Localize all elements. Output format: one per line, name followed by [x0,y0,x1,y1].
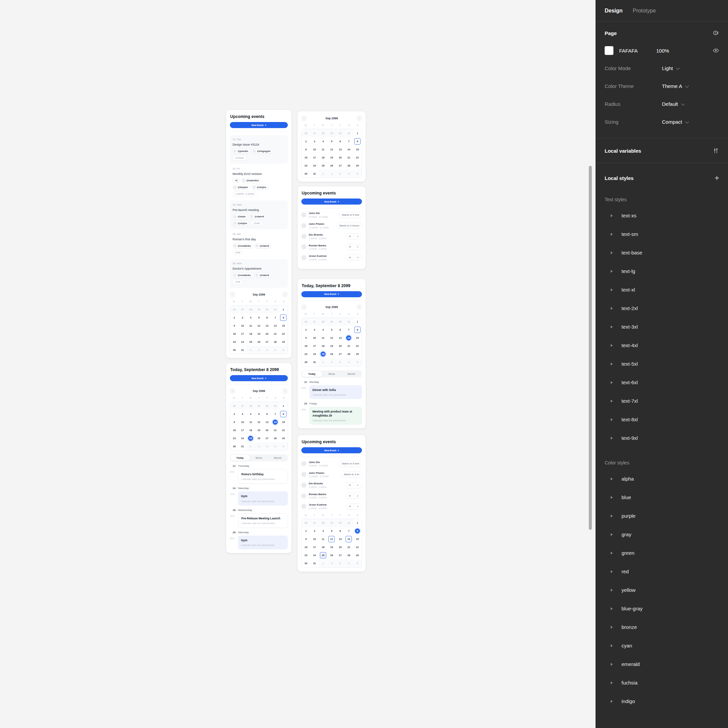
calendar-day[interactable]: 2 [230,314,238,321]
color-style-row[interactable]: bronze [605,618,719,636]
calendar-day[interactable]: 25 [247,434,255,442]
calendar-day[interactable]: 20 [336,153,344,161]
calendar-day[interactable]: 20 [263,426,271,434]
color-style-row[interactable]: cyan [605,636,719,655]
calendar-day[interactable]: 17 [238,426,246,434]
calendar-day[interactable]: 2 [255,346,263,354]
calendar-day[interactable]: 1 [353,519,362,527]
calendar-day[interactable]: 31 [310,560,318,567]
calendar-day[interactable]: 1 [353,318,362,326]
calendar-day[interactable]: 28 [319,129,327,137]
calendar-day[interactable]: 27 [310,129,318,137]
calendar-day[interactable]: 4 [319,326,327,334]
expand-arrow-icon[interactable] [611,496,613,499]
event-chip[interactable]: 9:00AM [232,155,246,161]
event-group[interactable]: 30, Mon Doctor's Appointment [230,259,288,288]
calendar-day[interactable]: 5 [255,410,263,418]
expand-arrow-icon[interactable] [611,700,613,703]
calendar-day[interactable]: 18 [247,426,255,434]
calendar-day[interactable]: 2 [302,527,310,535]
accept-button[interactable]: ✓ [354,234,362,239]
expand-arrow-icon[interactable] [611,477,613,480]
calendar-day[interactable]: 28 [247,305,255,314]
agenda-event-card[interactable]: Gym Calendar date text placeholder. [238,535,288,549]
calendar-day[interactable]: 29 [327,129,336,137]
event-chip[interactable]: @claire9 [254,273,271,278]
calendar-day[interactable]: 11 [319,334,327,342]
calendar-day[interactable]: 23 [230,434,238,442]
add-style-icon[interactable]: + [714,174,719,182]
property-dropdown[interactable]: Light [662,66,679,71]
calendar-day[interactable]: 27 [238,305,246,314]
calendar-day[interactable]: 13 [263,321,271,330]
calendar-day[interactable]: 1 [319,358,327,366]
calendar-day[interactable]: 24 [310,161,318,170]
calendar-day[interactable]: 1 [247,346,255,354]
calendar-day[interactable]: 28 [344,350,353,358]
calendar-day[interactable]: 5 [327,326,336,334]
decline-button[interactable]: ✕ [346,244,354,250]
calendar-day[interactable]: 10 [310,145,318,153]
calendar-day[interactable]: 6 [263,410,271,418]
calendar-day[interactable]: 30 [302,358,310,366]
calendar-day[interactable]: 10 [310,334,318,342]
calendar-day[interactable]: 19 [327,153,336,161]
event-group[interactable]: 12, Tue Design issue #3124 [230,135,288,164]
panel-tab[interactable]: Prototype [633,8,656,14]
calendar-day[interactable]: 31 [238,442,246,450]
calendar-day[interactable]: 5 [353,170,362,177]
expand-arrow-icon[interactable] [611,644,613,647]
calendar-day[interactable]: 3 [336,358,344,366]
calendar-day[interactable]: 31 [310,170,318,177]
calendar-day[interactable]: 15 [279,321,288,330]
calendar-day[interactable]: 26 [327,551,336,560]
calendar-day[interactable]: 29 [353,161,362,170]
expand-arrow-icon[interactable] [611,570,613,573]
calendar-day[interactable]: 29 [353,350,362,358]
calendar-day[interactable]: 26 [230,305,238,314]
event-chip[interactable]: @todor [232,214,248,219]
view-tab[interactable]: Month [268,455,287,461]
calendar-day[interactable]: 4 [319,137,327,145]
calendar-day[interactable]: 26 [302,129,310,137]
color-style-row[interactable]: fuchsia [605,673,719,692]
calendar-day[interactable]: 4 [319,527,327,535]
calendar-day[interactable]: 7 [271,314,279,321]
calendar-day[interactable]: 7 [271,410,279,418]
new-event-button[interactable]: New Event + [301,291,362,297]
fill-color-swatch[interactable] [605,46,613,55]
calendar-day[interactable]: 28 [319,318,327,326]
variables-sliders-icon[interactable] [713,147,719,154]
event-chip[interactable]: @xingiugzhi [252,148,273,154]
calendar-day[interactable]: 14 [344,334,353,342]
calendar-day[interactable]: 2 [302,137,310,145]
calendar-day[interactable]: 27 [310,318,318,326]
view-tab[interactable]: Week [322,371,342,377]
expand-arrow-icon[interactable] [611,589,613,592]
calendar-day[interactable]: 28 [319,519,327,527]
calendar-day[interactable]: 1 [247,442,255,450]
color-style-row[interactable]: emerald [605,655,719,673]
calendar-day[interactable]: 1 [279,305,288,314]
calendar-day[interactable]: 15 [353,145,362,153]
calendar-day[interactable]: 25 [319,551,327,560]
panel-tab[interactable]: Design [605,8,622,14]
color-style-row[interactable]: indigo [605,692,719,710]
view-tab[interactable]: Today [302,371,322,377]
calendar-day[interactable]: 14 [344,145,353,153]
calendar-day[interactable]: 29 [353,551,362,560]
calendar-day[interactable]: 11 [247,418,255,426]
calendar-prev-button[interactable]: ‹ [301,304,307,310]
calendar-day[interactable]: 13 [263,418,271,426]
calendar-day[interactable]: 29 [279,434,288,442]
calendar-day[interactable]: 26 [327,350,336,358]
fill-hex-value[interactable]: FAFAFA [619,48,656,54]
expand-arrow-icon[interactable] [611,307,613,310]
calendar-day[interactable]: 25 [319,350,327,358]
expand-arrow-icon[interactable] [611,344,613,347]
calendar-day[interactable]: 19 [327,342,336,350]
text-style-row[interactable]: text-6xl [605,373,719,392]
calendar-day[interactable]: 19 [327,543,336,551]
calendar-day[interactable]: 11 [247,321,255,330]
calendar-day[interactable]: 20 [263,330,271,338]
